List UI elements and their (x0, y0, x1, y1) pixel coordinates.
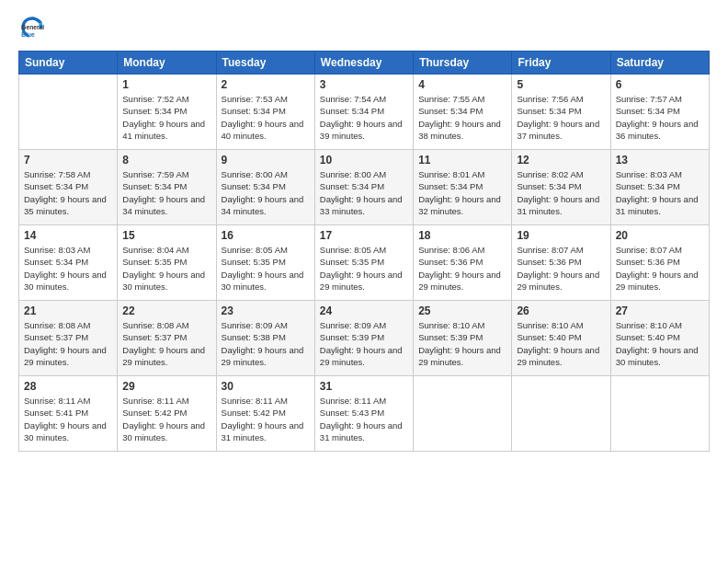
day-number: 23 (222, 304, 310, 317)
calendar-cell: 1Sunrise: 7:52 AMSunset: 5:34 PMDaylight… (118, 75, 216, 150)
calendar-cell: 7Sunrise: 7:58 AMSunset: 5:34 PMDaylight… (19, 150, 118, 225)
day-number: 30 (222, 380, 310, 393)
day-number: 11 (418, 154, 506, 167)
weekday-header: Friday (512, 52, 610, 75)
day-number: 17 (320, 229, 408, 242)
weekday-header: Saturday (610, 52, 709, 75)
calendar-cell: 6Sunrise: 7:57 AMSunset: 5:34 PMDaylight… (610, 75, 709, 150)
calendar-cell: 4Sunrise: 7:55 AMSunset: 5:34 PMDaylight… (414, 75, 512, 150)
day-number: 16 (222, 229, 310, 242)
day-number: 3 (320, 78, 408, 91)
day-number: 24 (320, 304, 408, 317)
calendar-cell: 28Sunrise: 8:11 AMSunset: 5:41 PMDayligh… (19, 376, 118, 452)
day-info: Sunrise: 8:05 AMSunset: 5:35 PMDaylight:… (222, 244, 310, 293)
calendar-week-row: 1Sunrise: 7:52 AMSunset: 5:34 PMDaylight… (19, 75, 710, 150)
day-number: 14 (24, 229, 112, 242)
day-info: Sunrise: 8:09 AMSunset: 5:38 PMDaylight:… (222, 319, 310, 368)
day-info: Sunrise: 8:10 AMSunset: 5:40 PMDaylight:… (517, 319, 605, 368)
calendar-cell: 19Sunrise: 8:07 AMSunset: 5:36 PMDayligh… (512, 225, 610, 301)
calendar-cell: 29Sunrise: 8:11 AMSunset: 5:42 PMDayligh… (118, 376, 216, 452)
day-info: Sunrise: 8:00 AMSunset: 5:34 PMDaylight:… (222, 168, 310, 217)
calendar-cell: 17Sunrise: 8:05 AMSunset: 5:35 PMDayligh… (314, 225, 413, 301)
day-number: 9 (222, 154, 310, 167)
day-number: 13 (616, 154, 704, 167)
day-info: Sunrise: 8:05 AMSunset: 5:35 PMDaylight:… (320, 244, 408, 293)
day-number: 19 (517, 229, 605, 242)
day-number: 6 (616, 78, 704, 91)
day-info: Sunrise: 7:57 AMSunset: 5:34 PMDaylight:… (616, 93, 704, 142)
calendar-cell: 24Sunrise: 8:09 AMSunset: 5:39 PMDayligh… (314, 301, 413, 376)
calendar-week-row: 28Sunrise: 8:11 AMSunset: 5:41 PMDayligh… (19, 376, 710, 452)
day-info: Sunrise: 8:09 AMSunset: 5:39 PMDaylight:… (320, 319, 408, 368)
day-info: Sunrise: 7:55 AMSunset: 5:34 PMDaylight:… (418, 93, 506, 142)
day-number: 10 (320, 154, 408, 167)
day-number: 26 (517, 304, 605, 317)
day-number: 5 (517, 78, 605, 91)
weekday-header: Monday (118, 52, 216, 75)
day-number: 28 (24, 380, 112, 393)
day-number: 31 (320, 380, 408, 393)
day-info: Sunrise: 8:11 AMSunset: 5:41 PMDaylight:… (24, 395, 112, 443)
calendar-cell: 20Sunrise: 8:07 AMSunset: 5:36 PMDayligh… (610, 225, 709, 301)
day-info: Sunrise: 8:06 AMSunset: 5:36 PMDaylight:… (418, 244, 506, 293)
weekday-header: Tuesday (216, 52, 314, 75)
day-number: 15 (122, 229, 210, 242)
calendar-cell: 22Sunrise: 8:08 AMSunset: 5:37 PMDayligh… (118, 301, 216, 376)
day-number: 4 (418, 78, 506, 91)
day-info: Sunrise: 8:02 AMSunset: 5:34 PMDaylight:… (517, 168, 605, 217)
day-info: Sunrise: 7:52 AMSunset: 5:34 PMDaylight:… (122, 93, 210, 142)
day-info: Sunrise: 8:00 AMSunset: 5:34 PMDaylight:… (320, 168, 408, 217)
calendar-cell: 23Sunrise: 8:09 AMSunset: 5:38 PMDayligh… (216, 301, 314, 376)
day-info: Sunrise: 8:08 AMSunset: 5:37 PMDaylight:… (24, 319, 112, 368)
day-info: Sunrise: 8:11 AMSunset: 5:42 PMDaylight:… (122, 395, 210, 443)
header: General Blue (18, 14, 710, 41)
calendar-cell: 25Sunrise: 8:10 AMSunset: 5:39 PMDayligh… (414, 301, 512, 376)
weekday-header: Sunday (19, 52, 118, 75)
day-number: 25 (418, 304, 506, 317)
calendar-cell: 3Sunrise: 7:54 AMSunset: 5:34 PMDaylight… (314, 75, 413, 150)
day-number: 21 (24, 304, 112, 317)
calendar-cell: 15Sunrise: 8:04 AMSunset: 5:35 PMDayligh… (118, 225, 216, 301)
day-number: 20 (616, 229, 704, 242)
calendar-cell: 8Sunrise: 7:59 AMSunset: 5:34 PMDaylight… (118, 150, 216, 225)
calendar-cell: 11Sunrise: 8:01 AMSunset: 5:34 PMDayligh… (414, 150, 512, 225)
day-info: Sunrise: 7:56 AMSunset: 5:34 PMDaylight:… (517, 93, 605, 142)
day-info: Sunrise: 8:01 AMSunset: 5:34 PMDaylight:… (418, 168, 506, 217)
day-info: Sunrise: 8:10 AMSunset: 5:39 PMDaylight:… (418, 319, 506, 368)
weekday-header: Wednesday (314, 52, 413, 75)
calendar-cell: 30Sunrise: 8:11 AMSunset: 5:42 PMDayligh… (216, 376, 314, 452)
day-number: 7 (24, 154, 112, 167)
day-number: 1 (122, 78, 210, 91)
calendar-cell (610, 376, 709, 452)
day-number: 29 (122, 380, 210, 393)
calendar-cell (19, 75, 118, 150)
calendar-week-row: 14Sunrise: 8:03 AMSunset: 5:34 PMDayligh… (19, 225, 710, 301)
calendar-week-row: 21Sunrise: 8:08 AMSunset: 5:37 PMDayligh… (19, 301, 710, 376)
day-info: Sunrise: 8:10 AMSunset: 5:40 PMDaylight:… (616, 319, 704, 368)
day-info: Sunrise: 8:11 AMSunset: 5:43 PMDaylight:… (320, 395, 408, 443)
logo: General Blue (18, 14, 50, 41)
calendar-cell: 10Sunrise: 8:00 AMSunset: 5:34 PMDayligh… (314, 150, 413, 225)
calendar-week-row: 7Sunrise: 7:58 AMSunset: 5:34 PMDaylight… (19, 150, 710, 225)
day-info: Sunrise: 8:04 AMSunset: 5:35 PMDaylight:… (122, 244, 210, 293)
day-number: 18 (418, 229, 506, 242)
calendar-cell (512, 376, 610, 452)
day-info: Sunrise: 8:03 AMSunset: 5:34 PMDaylight:… (24, 244, 112, 293)
day-number: 22 (122, 304, 210, 317)
day-number: 27 (616, 304, 704, 317)
svg-text:General: General (21, 24, 44, 30)
day-info: Sunrise: 7:54 AMSunset: 5:34 PMDaylight:… (320, 93, 408, 142)
calendar-cell (414, 376, 512, 452)
weekday-header-row: SundayMondayTuesdayWednesdayThursdayFrid… (19, 52, 710, 75)
logo-icon: General Blue (18, 14, 46, 41)
page: General Blue SundayMondayTuesdayWednesda… (0, 0, 728, 563)
calendar-cell: 5Sunrise: 7:56 AMSunset: 5:34 PMDaylight… (512, 75, 610, 150)
day-info: Sunrise: 7:58 AMSunset: 5:34 PMDaylight:… (24, 168, 112, 217)
calendar-cell: 26Sunrise: 8:10 AMSunset: 5:40 PMDayligh… (512, 301, 610, 376)
day-info: Sunrise: 8:11 AMSunset: 5:42 PMDaylight:… (222, 395, 310, 443)
calendar-cell: 13Sunrise: 8:03 AMSunset: 5:34 PMDayligh… (610, 150, 709, 225)
calendar-cell: 12Sunrise: 8:02 AMSunset: 5:34 PMDayligh… (512, 150, 610, 225)
day-number: 12 (517, 154, 605, 167)
calendar-cell: 2Sunrise: 7:53 AMSunset: 5:34 PMDaylight… (216, 75, 314, 150)
day-info: Sunrise: 8:07 AMSunset: 5:36 PMDaylight:… (616, 244, 704, 293)
